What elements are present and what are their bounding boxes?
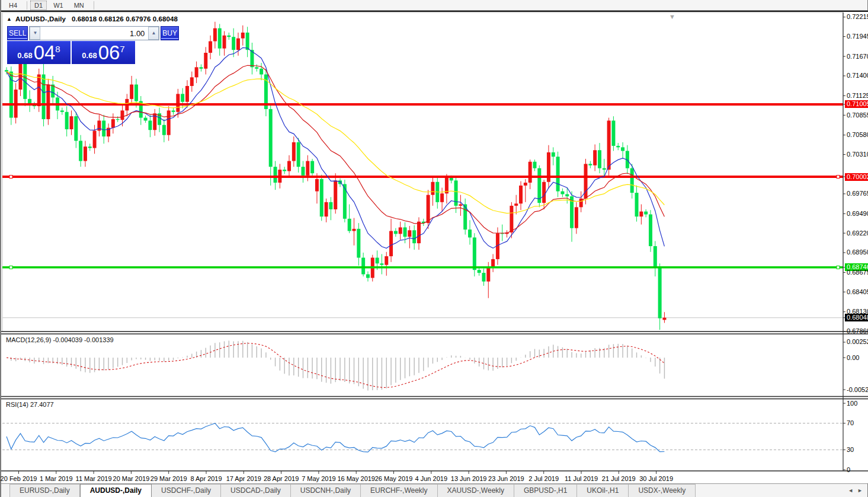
sell-button[interactable]: SELL	[7, 26, 28, 40]
date-axis-label: 11 Jul 2019	[565, 475, 598, 482]
candle	[269, 109, 273, 167]
candle	[116, 119, 120, 120]
volume-input[interactable]	[40, 27, 148, 40]
candle	[552, 152, 555, 157]
candle	[412, 230, 416, 243]
candle	[69, 116, 73, 129]
tab-scroll-left-icon[interactable]: ◄	[848, 488, 853, 493]
candle	[649, 215, 652, 247]
timeframe-button-mn[interactable]: MN	[70, 1, 88, 10]
chart-tab-usdxweekly[interactable]: USDX-,Weekly	[629, 484, 696, 497]
date-axis-label: 29 Mar 2019	[150, 475, 187, 482]
price-axis-label: 0.71125	[847, 92, 868, 100]
candle	[542, 182, 546, 203]
candle	[246, 33, 249, 50]
timeframe-button-h4[interactable]: H4	[5, 1, 21, 10]
chart-tab-ukoilh1[interactable]: UKOil-,H1	[577, 484, 629, 497]
chart-area[interactable]: AUDUSD-,Daily0.68018 0.68126 0.67976 0.6…	[1, 11, 868, 483]
chart-tab-usdcnhdaily[interactable]: USDCNH-,Daily	[291, 484, 361, 497]
macd-axis-label: 0.00	[847, 354, 859, 362]
candle	[204, 53, 207, 69]
candle	[111, 119, 115, 128]
candle	[510, 206, 513, 232]
terminal-window: H4D1W1MN AUDUSD-,Daily0.68018 0.68126 0.…	[0, 0, 868, 497]
candle	[556, 157, 560, 191]
price-axis-label: 0.71670	[847, 53, 868, 60]
timeframe-button-w1[interactable]: W1	[49, 1, 68, 10]
candle	[658, 268, 662, 318]
tabbar-spacer	[1, 484, 9, 497]
ohlc-values: 0.68018 0.68126 0.67976 0.68048	[72, 15, 178, 23]
candle	[329, 202, 332, 209]
candle	[607, 120, 611, 170]
candle	[639, 212, 643, 217]
candle	[167, 110, 171, 135]
date-axis-label: 1 Mar 2019	[40, 475, 73, 482]
candle	[172, 110, 175, 111]
price-axis-label: 0.70855	[847, 111, 868, 119]
candle	[537, 168, 541, 203]
date-axis-label: 21 Jul 2019	[602, 475, 636, 482]
candle	[121, 110, 124, 120]
price-axis-label: 0.70580	[847, 131, 868, 139]
chart-tab-eurchfweekly[interactable]: EURCHF-,Weekly	[361, 484, 437, 497]
candle	[417, 222, 421, 243]
candle	[5, 70, 8, 71]
sell-price-display[interactable]: 0.68 04 8	[7, 41, 71, 64]
collapse-panel-icon[interactable]: ▲	[7, 16, 12, 22]
candle	[144, 117, 148, 120]
price-axis-label: 0.69765	[847, 190, 868, 197]
candle	[287, 161, 291, 171]
price-axis-label: 0.72215	[847, 13, 868, 21]
candle	[529, 162, 532, 183]
candle	[297, 142, 300, 167]
candle	[9, 72, 13, 118]
chart-tab-eurusddaily[interactable]: EURUSD-,Daily	[9, 484, 80, 497]
chart-tab-usdcaddaily[interactable]: USDCAD-,Daily	[221, 484, 291, 497]
chart-tab-audusddaily[interactable]: AUDUSD-,Daily	[80, 484, 152, 497]
candle	[603, 168, 606, 170]
line-handle[interactable]	[9, 266, 12, 269]
candle	[519, 186, 523, 203]
chart-shift-marker-icon[interactable]: ▼	[669, 13, 675, 20]
tab-scroll-right-icon[interactable]: ►	[857, 488, 863, 493]
buy-button[interactable]: BUY	[161, 26, 179, 40]
candle	[408, 230, 411, 237]
candle	[399, 227, 402, 234]
candle	[74, 116, 78, 141]
candle	[236, 39, 240, 50]
candle	[431, 182, 434, 195]
price-level-badge-0.70002: 0.70002	[845, 173, 868, 181]
line-handle[interactable]	[837, 176, 840, 179]
candle	[185, 86, 189, 102]
candle	[42, 75, 46, 119]
buy-price-display[interactable]: 0.68 06 7	[72, 41, 135, 64]
price-axis-label: 0.69490	[847, 210, 868, 218]
price-axis-label: 0.71400	[847, 72, 868, 79]
candle	[274, 167, 277, 183]
symbol-label: AUDUSD-,Daily	[15, 15, 66, 23]
candle	[46, 85, 50, 119]
candle	[190, 77, 194, 86]
candle	[616, 146, 620, 147]
candle	[394, 231, 398, 234]
rsi-axis-label: 100	[847, 400, 857, 407]
candle	[389, 231, 393, 256]
candle	[223, 36, 226, 49]
volume-decrease-icon[interactable]: ▼	[30, 27, 40, 40]
rsi-pane	[2, 399, 843, 471]
timeframe-button-d1[interactable]: D1	[30, 1, 47, 10]
line-handle[interactable]	[837, 266, 840, 269]
chart-canvas[interactable]	[1, 12, 868, 485]
candle	[588, 164, 592, 165]
candle	[79, 141, 82, 161]
chart-tab-gbpusdh1[interactable]: GBPUSD-,H1	[514, 484, 577, 497]
candle	[37, 75, 41, 107]
volume-increase-icon[interactable]: ▲	[148, 27, 159, 40]
chart-tab-usdchfdaily[interactable]: USDCHF-,Daily	[152, 484, 221, 497]
toolbar-separator	[94, 1, 94, 9]
candle	[459, 204, 462, 205]
line-handle[interactable]	[9, 176, 12, 179]
candle	[450, 177, 453, 180]
chart-tab-xauusdweekly[interactable]: XAUUSD-,Weekly	[438, 484, 514, 497]
